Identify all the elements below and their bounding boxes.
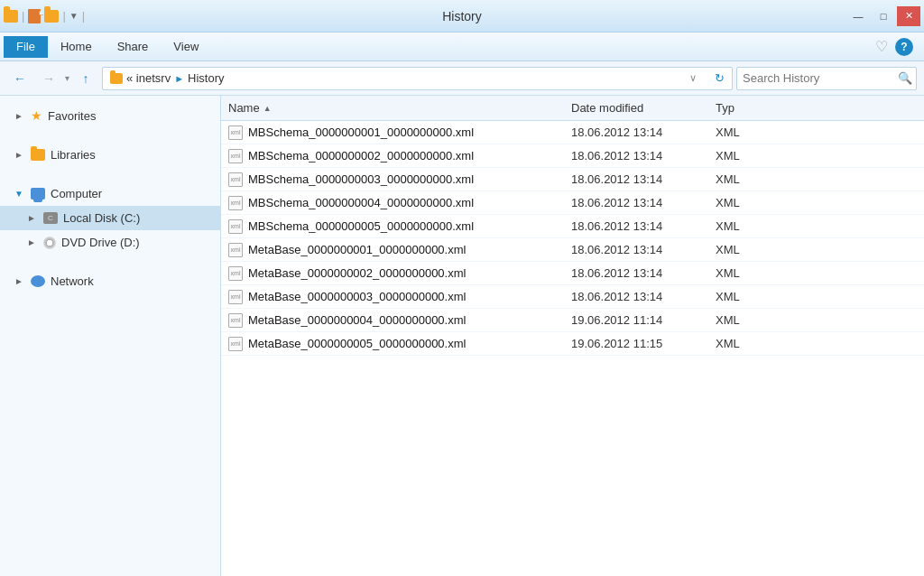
- chevron-right-icon4: ►: [27, 237, 38, 247]
- col-date-header[interactable]: Date modified: [564, 101, 708, 115]
- search-box[interactable]: 🔍: [736, 67, 917, 90]
- file-name: MBSchema_0000000002_0000000000.xml: [248, 149, 474, 163]
- sidebar-computer-label: Computer: [51, 187, 102, 200]
- sidebar-favorites-label: Favorites: [48, 109, 96, 123]
- address-current: History: [188, 71, 224, 85]
- file-name-cell: xml MetaBase_0000000003_0000000000.xml: [221, 290, 564, 304]
- title-down-arrow-icon: ▼: [69, 11, 79, 21]
- address-arrow-icon: ►: [174, 73, 184, 84]
- file-name: MetaBase_0000000004_0000000000.xml: [248, 313, 466, 327]
- separator2: |: [62, 9, 65, 23]
- file-date-cell: 18.06.2012 13:14: [564, 290, 708, 303]
- table-row[interactable]: xml MBSchema_0000000001_0000000000.xml 1…: [221, 121, 924, 144]
- star-icon: ★: [31, 108, 42, 123]
- sidebar-dvd-label: DVD Drive (D:): [61, 236, 140, 249]
- chevron-right-icon2: ►: [14, 150, 25, 160]
- title-doc-icon: [28, 9, 41, 23]
- favorites-icon[interactable]: ♡: [875, 38, 888, 55]
- file-icon: xml: [228, 313, 243, 328]
- up-button[interactable]: ↑: [73, 66, 98, 91]
- address-chevron-icon[interactable]: ∨: [689, 72, 697, 84]
- menu-home[interactable]: Home: [48, 36, 105, 58]
- refresh-button[interactable]: ↻: [715, 71, 725, 85]
- file-icon: xml: [228, 172, 243, 187]
- table-row[interactable]: xml MBSchema_0000000002_0000000000.xml 1…: [221, 144, 924, 168]
- file-type-cell: XML: [708, 125, 924, 139]
- menu-bar: File Home Share View ♡ ?: [0, 33, 924, 61]
- sidebar-item-libraries[interactable]: ► Libraries: [0, 143, 220, 167]
- file-type-cell: XML: [708, 266, 924, 280]
- chevron-right-icon: ►: [14, 111, 25, 121]
- file-name: MBSchema_0000000004_0000000000.xml: [248, 196, 474, 209]
- col-type-header[interactable]: Typ: [708, 101, 924, 115]
- file-name: MetaBase_0000000005_0000000000.xml: [248, 337, 466, 350]
- file-name: MetaBase_0000000002_0000000000.xml: [248, 266, 466, 280]
- file-date-cell: 19.06.2012 11:15: [564, 337, 708, 350]
- table-row[interactable]: xml MetaBase_0000000002_0000000000.xml 1…: [221, 262, 924, 285]
- title-bar-left: | | ▼ |: [4, 9, 85, 23]
- back-button[interactable]: ←: [7, 66, 32, 91]
- address-path[interactable]: « inetsrv ► History ∨ ↻: [102, 67, 733, 90]
- col-name-header[interactable]: Name ▲: [221, 101, 564, 115]
- table-row[interactable]: xml MetaBase_0000000003_0000000000.xml 1…: [221, 285, 924, 309]
- address-prefix: « inetsrv: [126, 71, 171, 85]
- title-folder-icon1: [4, 10, 18, 23]
- sidebar-item-computer[interactable]: ▼ Computer: [0, 181, 220, 206]
- sidebar-item-dvd-drive[interactable]: ► DVD Drive (D:): [0, 230, 220, 255]
- table-row[interactable]: xml MBSchema_0000000003_0000000000.xml 1…: [221, 168, 924, 191]
- separator1: |: [22, 9, 24, 23]
- file-type-cell: XML: [708, 219, 924, 233]
- file-list: Name ▲ Date modified Typ xml MBSchema_00…: [221, 96, 924, 576]
- file-list-header: Name ▲ Date modified Typ: [221, 96, 924, 121]
- forward-button[interactable]: →: [36, 66, 61, 91]
- search-icon[interactable]: 🔍: [898, 71, 912, 85]
- chevron-down-icon: ▼: [14, 189, 25, 199]
- help-icon[interactable]: ?: [895, 38, 913, 56]
- file-date-cell: 18.06.2012 13:14: [564, 172, 708, 186]
- dvd-icon: [43, 237, 56, 249]
- title-bar: | | ▼ | History — □ ✕: [0, 0, 924, 33]
- file-name: MBSchema_0000000003_0000000000.xml: [248, 172, 474, 186]
- libraries-folder-icon: [31, 149, 45, 161]
- sidebar-item-local-disk[interactable]: ► C Local Disk (C:): [0, 206, 220, 230]
- file-type-cell: XML: [708, 290, 924, 303]
- file-rows-container: xml MBSchema_0000000001_0000000000.xml 1…: [221, 121, 924, 356]
- sidebar-item-favorites[interactable]: ► ★ Favorites: [0, 103, 220, 128]
- file-name-cell: xml MetaBase_0000000005_0000000000.xml: [221, 337, 564, 351]
- file-type-cell: XML: [708, 172, 924, 186]
- menu-share[interactable]: Share: [105, 36, 162, 58]
- menu-view[interactable]: View: [161, 36, 211, 58]
- table-row[interactable]: xml MBSchema_0000000005_0000000000.xml 1…: [221, 215, 924, 238]
- table-row[interactable]: xml MBSchema_0000000004_0000000000.xml 1…: [221, 191, 924, 215]
- search-input[interactable]: [743, 71, 894, 85]
- chevron-right-icon3: ►: [27, 213, 38, 223]
- menu-file[interactable]: File: [4, 36, 48, 58]
- file-icon: xml: [228, 337, 243, 351]
- file-name: MBSchema_0000000005_0000000000.xml: [248, 219, 474, 233]
- maximize-button[interactable]: □: [872, 6, 895, 26]
- file-icon: xml: [228, 243, 243, 257]
- file-name: MBSchema_0000000001_0000000000.xml: [248, 125, 474, 139]
- file-name-cell: xml MBSchema_0000000004_0000000000.xml: [221, 196, 564, 210]
- main-content: ► ★ Favorites ► Libraries ▼ Computer ► C…: [0, 96, 924, 576]
- file-name-cell: xml MBSchema_0000000001_0000000000.xml: [221, 125, 564, 140]
- table-row[interactable]: xml MetaBase_0000000004_0000000000.xml 1…: [221, 309, 924, 332]
- address-folder-icon: [110, 73, 123, 84]
- file-name-cell: xml MBSchema_0000000005_0000000000.xml: [221, 219, 564, 234]
- chevron-right-icon5: ►: [14, 276, 25, 286]
- table-row[interactable]: xml MetaBase_0000000001_0000000000.xml 1…: [221, 238, 924, 262]
- sort-arrow-icon: ▲: [263, 104, 272, 113]
- sidebar-libraries-label: Libraries: [51, 148, 96, 162]
- window-controls: — □ ✕: [846, 6, 920, 26]
- sidebar-item-network[interactable]: ► Network: [0, 269, 220, 293]
- file-type-cell: XML: [708, 149, 924, 163]
- file-type-cell: XML: [708, 196, 924, 209]
- table-row[interactable]: xml MetaBase_0000000005_0000000000.xml 1…: [221, 332, 924, 356]
- file-date-cell: 18.06.2012 13:14: [564, 266, 708, 280]
- file-name-cell: xml MetaBase_0000000004_0000000000.xml: [221, 313, 564, 328]
- file-icon: xml: [228, 219, 243, 234]
- file-icon: xml: [228, 266, 243, 281]
- minimize-button[interactable]: —: [846, 6, 870, 26]
- file-type-cell: XML: [708, 337, 924, 350]
- close-button[interactable]: ✕: [897, 6, 920, 26]
